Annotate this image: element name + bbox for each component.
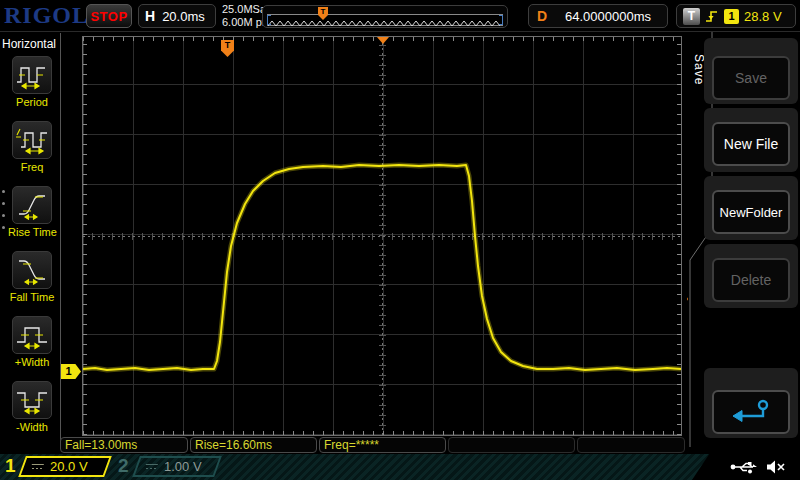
delay-value: 64.0000000ms [557, 9, 659, 24]
measure-menu-sidebar: Horizontal Period Freq [0, 32, 60, 447]
rising-edge-icon [705, 8, 719, 24]
channel1-number[interactable]: 1 [5, 455, 16, 477]
preview-window [267, 14, 503, 26]
timebase-label: H [145, 8, 155, 24]
new-file-button[interactable]: New File [712, 122, 790, 166]
menu-well [704, 368, 798, 438]
save-button[interactable]: Save [712, 56, 790, 100]
timebase-value: 20.0ms [162, 9, 205, 24]
horizontal-delay-box[interactable]: D 64.0000000ms [528, 4, 668, 28]
channel1-ground-marker-icon[interactable]: 1 [61, 364, 81, 379]
measure-item-label: +Width [8, 356, 56, 368]
measure-item-plus-width[interactable]: +Width [8, 316, 56, 368]
waveform-display-grid [82, 36, 682, 436]
save-menu-panel: Save Save New File NewFolder Delete [688, 32, 800, 447]
menu-well: NewFolder [704, 176, 798, 240]
delete-button[interactable]: Delete [712, 258, 790, 302]
top-status-bar: RIGOL STOP H 20.0ms 25.0MSa/s 6.00M pts … [0, 0, 800, 32]
menu-scroll-indicator [2, 190, 6, 238]
trigger-source-badge: 1 [724, 9, 739, 24]
measurement-value: Freq=***** [324, 438, 379, 452]
delay-label: D [537, 8, 547, 24]
fall-time-icon [15, 255, 49, 285]
run-state-label: STOP [90, 9, 127, 24]
channel1-status-box[interactable]: 20.0 V [18, 456, 112, 477]
measure-item-label: Rise Time [8, 226, 56, 238]
preview-left-bracket [267, 15, 271, 25]
system-status-corner [692, 454, 800, 480]
trigger-level-value: 28.8 V [744, 9, 782, 24]
channel2-number[interactable]: 2 [118, 455, 129, 477]
usb-icon [730, 460, 758, 474]
dc-coupling-icon [32, 463, 44, 471]
freq-icon [15, 125, 49, 155]
measurement-rise-time[interactable]: Rise=16.60ms [190, 437, 317, 453]
preview-right-bracket [499, 15, 503, 25]
measure-item-fall-time[interactable]: Fall Time [8, 251, 56, 303]
trigger-status-box[interactable]: T 1 28.8 V [676, 4, 796, 28]
rise-time-icon [15, 190, 49, 220]
measurement-value: Fall=13.00ms [65, 438, 137, 452]
oscilloscope-screen: RIGOL STOP H 20.0ms 25.0MSa/s 6.00M pts … [0, 0, 800, 480]
measure-item-freq[interactable]: Freq [8, 121, 56, 173]
measurement-fall-time[interactable]: Fall=13.00ms [60, 437, 188, 453]
preview-zigzag-waveform [268, 19, 502, 29]
speaker-muted-icon[interactable] [766, 459, 786, 475]
trigger-label: T [683, 8, 700, 25]
measure-menu-title: Horizontal [2, 37, 56, 51]
measure-item-rise-time[interactable]: Rise Time [8, 186, 56, 238]
menu-well: Save [704, 38, 798, 104]
run-stop-status[interactable]: STOP [86, 4, 132, 28]
measure-item-period[interactable]: Period [8, 56, 56, 108]
measure-item-label: Freq [8, 161, 56, 173]
measure-item-label: Period [8, 96, 56, 108]
back-button[interactable] [712, 390, 790, 434]
measurement-slot-empty [448, 437, 575, 453]
channel2-scale: 1.00 V [164, 459, 202, 474]
measurement-value: Rise=16.60ms [195, 438, 272, 452]
measurement-frequency[interactable]: Freq=***** [319, 437, 446, 453]
measurement-slot-empty [577, 437, 685, 453]
channel2-status-box[interactable]: 1.00 V [132, 456, 222, 477]
plus-width-icon [15, 320, 49, 350]
left-menu-divider [60, 33, 61, 447]
rigol-logo: RIGOL [4, 2, 89, 29]
channel1-waveform [83, 37, 681, 435]
measure-item-minus-width[interactable]: -Width [8, 381, 56, 433]
measure-item-label: -Width [8, 421, 56, 433]
timebase-box[interactable]: H 20.0ms [138, 4, 216, 28]
return-arrow-icon [729, 399, 773, 425]
channel1-scale: 20.0 V [50, 459, 88, 474]
new-folder-button[interactable]: NewFolder [712, 190, 790, 234]
memory-waveform-preview[interactable]: T [262, 5, 508, 28]
period-icon [15, 60, 49, 90]
channel-status-bar: 1 20.0 V 2 1.00 V [0, 454, 800, 480]
dc-coupling-icon [146, 463, 158, 471]
menu-well: New File [704, 108, 798, 172]
measure-item-label: Fall Time [8, 291, 56, 303]
minus-width-icon [15, 385, 49, 415]
menu-well: Delete [704, 244, 798, 308]
